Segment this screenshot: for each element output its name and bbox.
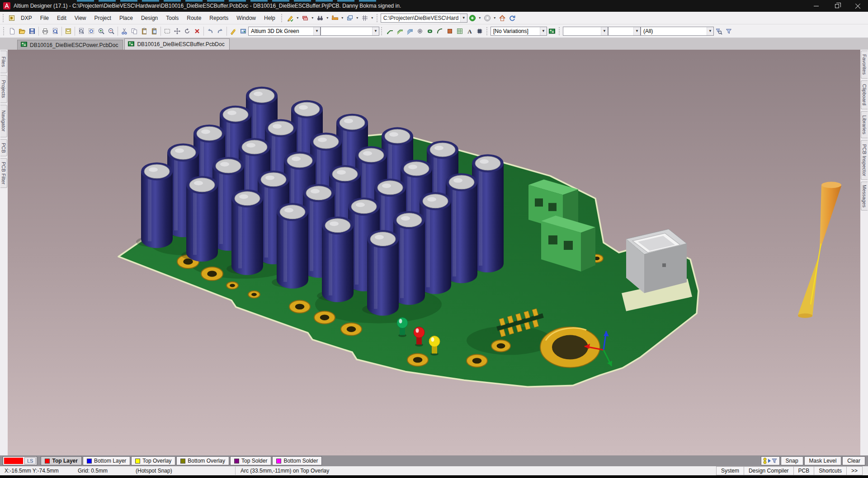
status-designcompiler-button[interactable]: Design Compiler bbox=[744, 466, 794, 475]
back-dropdown[interactable]: ▾ bbox=[477, 16, 482, 20]
place-component-button[interactable] bbox=[475, 26, 485, 36]
scope-filter-combo[interactable]: (All) ▼ bbox=[641, 27, 714, 36]
grid-dropdown[interactable]: ▾ bbox=[370, 16, 375, 20]
toolbar-grip[interactable] bbox=[3, 27, 5, 35]
save-button[interactable] bbox=[27, 26, 37, 36]
select-area-button[interactable] bbox=[162, 26, 172, 36]
menu-tools[interactable]: Tools bbox=[162, 13, 183, 23]
measure-dropdown[interactable]: ▾ bbox=[340, 16, 345, 20]
document-tab-1[interactable]: DB10016_DieBieESCPower.PcbDoc bbox=[17, 40, 123, 50]
open-document-button[interactable] bbox=[17, 26, 27, 36]
layer-tab-top-overlay[interactable]: Top Overlay bbox=[131, 456, 175, 465]
layer-tab-top-solder[interactable]: Top Solder bbox=[230, 456, 271, 465]
pcb-3d-viewport[interactable] bbox=[8, 50, 860, 455]
right-panel-favorites[interactable]: Favorites bbox=[861, 51, 868, 79]
chevron-down-icon[interactable]: ▼ bbox=[707, 27, 713, 35]
document-tab-2[interactable]: DB10016_DieBieESCBuffer.PcbDoc bbox=[124, 38, 229, 50]
menu-window[interactable]: Window bbox=[232, 13, 260, 23]
copy-button[interactable] bbox=[129, 26, 139, 36]
menu-file[interactable]: File bbox=[36, 13, 53, 23]
measure-ruler-button[interactable] bbox=[330, 13, 340, 23]
status-system-button[interactable]: System bbox=[716, 466, 744, 475]
rotate-button[interactable] bbox=[182, 26, 192, 36]
interactive-route-button[interactable] bbox=[385, 26, 395, 36]
window-arrange-dropdown[interactable]: ▾ bbox=[355, 16, 360, 20]
toolbar-grip[interactable] bbox=[486, 27, 489, 35]
find-binoculars-button[interactable] bbox=[315, 13, 325, 23]
right-panel-libraries[interactable]: Libraries bbox=[861, 111, 868, 138]
redo-button[interactable] bbox=[215, 26, 225, 36]
chevron-down-icon[interactable]: ▼ bbox=[540, 27, 547, 35]
layer-tab-top-layer[interactable]: Top Layer bbox=[41, 456, 81, 465]
menu-help[interactable]: Help bbox=[260, 13, 279, 23]
filter-zoom-button[interactable] bbox=[714, 26, 724, 36]
place-fill-button[interactable] bbox=[445, 26, 455, 36]
right-panel-clipboard[interactable]: Clipboard bbox=[861, 80, 868, 109]
toolbar-grip[interactable] bbox=[281, 14, 283, 22]
move-button[interactable] bbox=[172, 26, 182, 36]
status-shortcuts-button[interactable]: Shortcuts bbox=[814, 466, 847, 475]
toolbar-grip[interactable] bbox=[3, 14, 5, 22]
menu-edit[interactable]: Edit bbox=[53, 13, 71, 23]
home-button[interactable] bbox=[497, 13, 507, 23]
print-preview-button[interactable] bbox=[50, 26, 60, 36]
clear-filter-button[interactable] bbox=[192, 26, 202, 36]
board-view-button[interactable] bbox=[238, 26, 248, 36]
variant-combo[interactable]: [No Variations] ▼ bbox=[491, 27, 547, 36]
refresh-button[interactable] bbox=[507, 13, 517, 23]
cut-button[interactable] bbox=[119, 26, 129, 36]
menu-project[interactable]: Project bbox=[90, 13, 115, 23]
layer-tab-bottom-overlay[interactable]: Bottom Overlay bbox=[176, 456, 229, 465]
zoom-in-button[interactable] bbox=[96, 26, 106, 36]
toolbar-grip[interactable] bbox=[377, 14, 379, 22]
route-differential-button[interactable] bbox=[395, 26, 405, 36]
chevron-down-icon[interactable]: ▼ bbox=[460, 14, 467, 22]
menu-dxp[interactable]: DXP bbox=[17, 13, 36, 23]
edit-pencil-dropdown[interactable]: ▾ bbox=[295, 16, 300, 20]
print-button[interactable] bbox=[40, 26, 50, 36]
filter-combo-2[interactable]: ▼ bbox=[608, 27, 641, 36]
clear-filter-funnel-button[interactable] bbox=[724, 26, 734, 36]
zoom-document-button[interactable] bbox=[76, 26, 86, 36]
left-panel-files[interactable]: Files bbox=[0, 51, 7, 73]
chevron-down-icon[interactable]: ▼ bbox=[633, 27, 640, 35]
right-panel-messages[interactable]: Messages bbox=[861, 182, 868, 211]
menu-view[interactable]: View bbox=[71, 13, 90, 23]
undo-button[interactable] bbox=[205, 26, 215, 36]
wizard-button[interactable] bbox=[228, 26, 238, 36]
status-pcb-button[interactable]: PCB bbox=[794, 466, 815, 475]
left-panel-pcb[interactable]: PCB bbox=[0, 139, 7, 156]
place-string-button[interactable]: A bbox=[465, 26, 475, 36]
chevron-down-icon[interactable]: ▼ bbox=[372, 27, 379, 35]
find-dropdown[interactable]: ▾ bbox=[325, 16, 330, 20]
right-panel-pcb-inspector[interactable]: PCB Inspector bbox=[861, 140, 868, 180]
document-options-button[interactable] bbox=[63, 26, 73, 36]
mask-level-button[interactable]: Mask Level bbox=[804, 456, 842, 465]
chevron-down-icon[interactable]: ▼ bbox=[313, 27, 320, 35]
layers-button[interactable] bbox=[300, 13, 310, 23]
left-panel-pcb-filter[interactable]: PCB Filter bbox=[0, 158, 7, 188]
minimize-button[interactable] bbox=[806, 0, 826, 12]
zoom-out-button[interactable] bbox=[106, 26, 116, 36]
layer-tab-bottom-solder[interactable]: Bottom Solder bbox=[272, 456, 322, 465]
menu-design[interactable]: Design bbox=[137, 13, 162, 23]
new-document-button[interactable] bbox=[7, 26, 17, 36]
paste-special-button[interactable] bbox=[149, 26, 159, 36]
chevron-down-icon[interactable]: ▼ bbox=[601, 27, 608, 35]
left-panel-projects[interactable]: Projects bbox=[0, 75, 7, 103]
edit-pencil-button[interactable] bbox=[285, 13, 295, 23]
clear-button[interactable]: Clear bbox=[842, 456, 865, 465]
toolbar-grip[interactable] bbox=[559, 27, 561, 35]
back-button[interactable] bbox=[467, 13, 477, 23]
grid-button[interactable] bbox=[360, 13, 370, 23]
toolbar-grip[interactable] bbox=[381, 27, 383, 35]
forward-dropdown[interactable]: ▾ bbox=[492, 16, 497, 20]
menu-place[interactable]: Place bbox=[115, 13, 137, 23]
paste-button[interactable] bbox=[139, 26, 149, 36]
view-configuration-combo[interactable]: Altium 3D Dk Green ▼ bbox=[248, 27, 321, 36]
snap-button[interactable]: Snap bbox=[781, 456, 803, 465]
window-arrange-button[interactable] bbox=[345, 13, 355, 23]
menu-reports[interactable]: Reports bbox=[205, 13, 232, 23]
restore-button[interactable] bbox=[826, 0, 847, 12]
forward-button[interactable] bbox=[482, 13, 492, 23]
